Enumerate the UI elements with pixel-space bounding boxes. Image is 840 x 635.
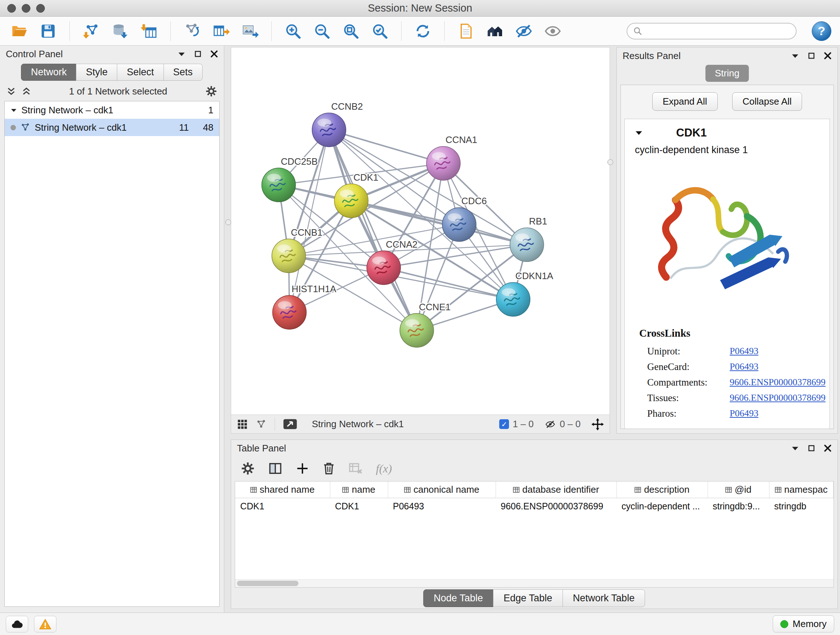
expand-all-icon[interactable]: [22, 87, 31, 96]
birdseye-view-icon[interactable]: [283, 418, 297, 430]
memory-button[interactable]: Memory: [773, 616, 834, 632]
tab-node-table[interactable]: Node Table: [423, 589, 493, 607]
tab-select[interactable]: Select: [117, 64, 164, 81]
tab-edge-table[interactable]: Edge Table: [493, 589, 563, 607]
new-network-from-selection-button[interactable]: [182, 21, 202, 42]
column-header[interactable]: @id: [707, 481, 769, 498]
zoom-out-button[interactable]: [311, 21, 332, 42]
zoom-selected-button[interactable]: [369, 21, 390, 42]
zoom-in-button[interactable]: [283, 21, 303, 42]
table-row[interactable]: CDK1 CDK1 P06493 9606.ENSP00000378699 cy…: [235, 498, 834, 515]
help-button[interactable]: ?: [812, 21, 831, 41]
table-options-gear-icon[interactable]: [240, 461, 255, 476]
tree-expand-icon[interactable]: [11, 108, 17, 112]
expand-all-button[interactable]: Expand All: [652, 92, 718, 111]
minimize-window-button[interactable]: [22, 4, 30, 13]
network-canvas[interactable]: CCNB2CCNA1CDC25BCDK1CDC6RB1CCNB1CCNA2CDK…: [231, 48, 609, 415]
grid-view-icon[interactable]: [237, 419, 248, 430]
browser-home-button[interactable]: [485, 21, 505, 42]
collapse-section-icon[interactable]: [635, 130, 643, 136]
panel-menu-icon[interactable]: [791, 446, 799, 451]
network-edge[interactable]: [329, 130, 443, 163]
splitter-handle[interactable]: [607, 159, 613, 165]
network-node-hist1h1a[interactable]: HIST1H1A: [272, 284, 336, 329]
uniprot-link[interactable]: P06493: [729, 346, 758, 357]
function-builder-button[interactable]: f(x): [376, 462, 392, 475]
pan-move-icon[interactable]: [592, 418, 604, 431]
horizontal-scrollbar[interactable]: [235, 579, 834, 587]
cell-canonical-name[interactable]: P06493: [388, 498, 496, 515]
column-header[interactable]: namespac: [769, 481, 834, 498]
network-edge[interactable]: [351, 201, 527, 245]
delete-column-icon[interactable]: [322, 461, 335, 476]
refresh-view-button[interactable]: [412, 21, 433, 42]
show-graphics-details-button[interactable]: [542, 21, 563, 42]
close-panel-icon[interactable]: [824, 52, 832, 60]
save-session-button[interactable]: [38, 21, 58, 42]
maximize-window-button[interactable]: [36, 4, 45, 13]
float-panel-icon[interactable]: [194, 50, 202, 57]
pharos-link[interactable]: P06493: [729, 408, 758, 419]
panel-menu-icon[interactable]: [178, 51, 186, 57]
cell-namespace[interactable]: stringdb: [769, 498, 834, 515]
network-row-selected[interactable]: String Network – cdk1 11 48: [5, 119, 219, 136]
network-node-ccna1[interactable]: CCNA1: [426, 135, 477, 180]
tab-network[interactable]: Network: [21, 64, 76, 81]
column-header[interactable]: shared name: [235, 481, 330, 498]
export-table-button[interactable]: [210, 21, 232, 42]
column-header[interactable]: database identifier: [496, 481, 616, 498]
cell-shared-name[interactable]: CDK1: [235, 498, 330, 515]
import-table-button[interactable]: [139, 21, 159, 42]
cell-id[interactable]: stringdb:9...: [707, 498, 769, 515]
column-header[interactable]: description: [616, 481, 707, 498]
network-canvas-svg[interactable]: CCNB2CCNA1CDC25BCDK1CDC6RB1CCNB1CCNA2CDK…: [231, 48, 609, 415]
network-node-cdkn1a[interactable]: CDKN1A: [496, 271, 554, 316]
collapse-all-button[interactable]: Collapse All: [732, 92, 802, 111]
genecard-link[interactable]: P06493: [729, 361, 758, 372]
show-columns-icon[interactable]: [268, 461, 283, 476]
network-options-gear-icon[interactable]: [205, 85, 218, 97]
document-button[interactable]: [455, 21, 477, 42]
compartments-link[interactable]: 9606.ENSP00000378699: [729, 377, 826, 388]
warnings-button[interactable]: [34, 616, 57, 632]
cell-database-identifier[interactable]: 9606.ENSP00000378699: [496, 498, 616, 515]
float-panel-icon[interactable]: [808, 52, 815, 59]
network-node-cdk1[interactable]: CDK1: [334, 172, 378, 218]
network-collection-row[interactable]: String Network – cdk1 1: [5, 101, 219, 119]
network-node-cdc25b[interactable]: CDC25B: [262, 157, 318, 202]
cloud-status-button[interactable]: [6, 616, 28, 632]
node-label: RB1: [529, 216, 547, 226]
splitter-handle[interactable]: [225, 219, 231, 225]
cell-name[interactable]: CDK1: [330, 498, 388, 515]
tab-network-table[interactable]: Network Table: [562, 589, 645, 607]
import-network-file-button[interactable]: [81, 21, 102, 42]
tissues-link[interactable]: 9606.ENSP00000378699: [729, 393, 826, 404]
tab-style[interactable]: Style: [76, 64, 117, 81]
close-window-button[interactable]: [7, 4, 16, 13]
cell-description[interactable]: cyclin-dependent ...: [616, 498, 707, 515]
column-header[interactable]: canonical name: [388, 481, 496, 498]
search-input[interactable]: [646, 25, 790, 36]
selected-checkbox-icon[interactable]: ✓: [499, 419, 509, 429]
add-column-icon[interactable]: [295, 462, 309, 475]
export-image-button[interactable]: [240, 21, 261, 42]
tab-sets[interactable]: Sets: [164, 64, 202, 81]
tab-string[interactable]: String: [706, 65, 749, 82]
close-panel-icon[interactable]: [824, 444, 832, 452]
float-panel-icon[interactable]: [808, 445, 815, 452]
network-view-icon[interactable]: [256, 419, 267, 430]
zoom-fit-button[interactable]: [340, 21, 362, 42]
network-edge[interactable]: [329, 130, 417, 331]
network-node-rb1[interactable]: RB1: [510, 216, 547, 261]
hide-graphics-details-button[interactable]: [513, 21, 534, 42]
gene-card-header[interactable]: CDK1: [625, 123, 829, 143]
column-header[interactable]: name: [330, 481, 388, 498]
close-panel-icon[interactable]: [210, 50, 218, 58]
scrollbar-thumb[interactable]: [237, 581, 298, 586]
open-session-button[interactable]: [9, 21, 30, 42]
panel-menu-icon[interactable]: [791, 53, 799, 59]
toolbar-search[interactable]: [627, 23, 797, 40]
collapse-all-icon[interactable]: [6, 87, 16, 96]
network-node-ccnb2[interactable]: CCNB2: [312, 101, 363, 147]
import-network-database-button[interactable]: [110, 21, 131, 42]
